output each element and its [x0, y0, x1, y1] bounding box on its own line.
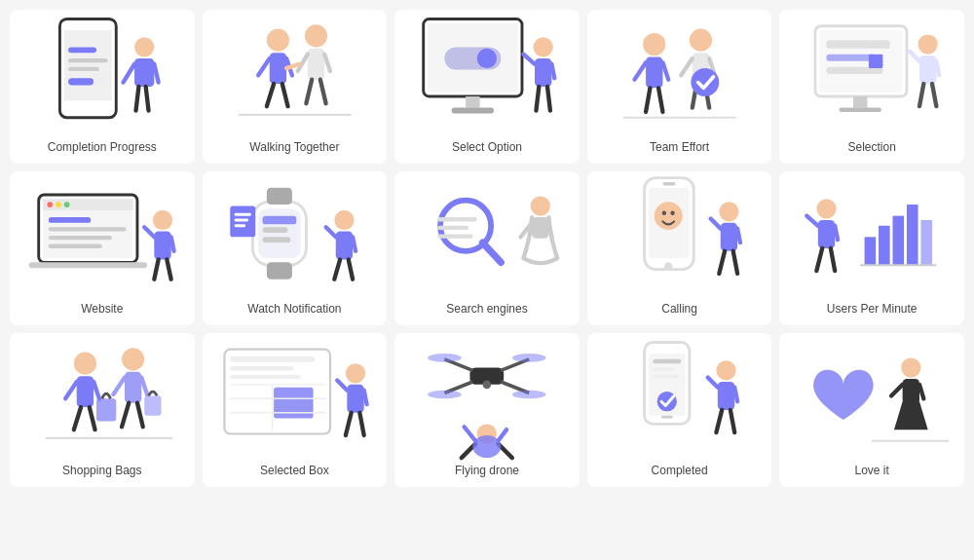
svg-rect-97	[335, 231, 352, 259]
svg-line-190	[734, 387, 737, 400]
svg-point-96	[334, 210, 354, 230]
svg-rect-194	[903, 379, 919, 404]
svg-line-100	[334, 259, 340, 279]
svg-point-117	[664, 262, 673, 271]
svg-line-65	[919, 84, 923, 106]
card-label-search-engines: Search engines	[446, 302, 527, 316]
svg-rect-67	[869, 54, 882, 67]
card-select-option[interactable]: Select Option	[394, 10, 580, 164]
svg-line-103	[483, 243, 502, 262]
svg-line-163	[363, 390, 366, 403]
svg-point-173	[428, 390, 462, 398]
card-selected-box[interactable]: Selected Box	[203, 333, 388, 487]
svg-point-171	[428, 354, 462, 362]
svg-rect-184	[653, 374, 678, 378]
svg-line-15	[258, 58, 270, 75]
svg-line-48	[681, 58, 693, 75]
card-flying-drone[interactable]: Flying drone	[394, 333, 580, 487]
svg-line-122	[719, 250, 725, 273]
card-completed[interactable]: Completed	[587, 333, 772, 487]
svg-line-82	[171, 237, 174, 250]
svg-line-145	[113, 377, 125, 393]
svg-rect-33	[452, 107, 494, 113]
svg-line-162	[337, 380, 347, 390]
svg-line-18	[281, 84, 287, 106]
svg-rect-78	[29, 262, 148, 268]
illustration-flying-drone	[402, 345, 572, 452]
card-label-shopping-bags: Shopping Bags	[62, 464, 141, 477]
svg-point-46	[690, 28, 712, 51]
svg-point-114	[655, 202, 683, 230]
illustration-walking-together	[210, 21, 380, 129]
svg-point-31	[477, 49, 497, 68]
svg-rect-105	[437, 225, 468, 229]
card-label-completion-progress: Completion Progress	[48, 140, 157, 154]
svg-rect-131	[818, 220, 835, 248]
svg-line-140	[74, 407, 81, 429]
svg-rect-2	[68, 47, 96, 53]
svg-point-118	[719, 202, 738, 221]
svg-point-175	[483, 380, 492, 389]
card-completion-progress[interactable]: Completion Progress	[10, 10, 195, 164]
svg-line-83	[154, 259, 158, 279]
card-search-engines[interactable]: Search engines	[394, 171, 580, 325]
svg-line-135	[831, 248, 835, 271]
svg-point-73	[64, 202, 70, 207]
svg-line-189	[708, 377, 718, 387]
card-website[interactable]: Website	[10, 171, 195, 325]
card-shopping-bags[interactable]: Shopping Bags	[10, 333, 195, 487]
svg-rect-137	[77, 376, 94, 407]
card-label-select-option: Select Option	[452, 140, 522, 154]
svg-line-23	[306, 79, 312, 103]
card-team-effort[interactable]: Team Effort	[587, 10, 772, 164]
svg-point-174	[512, 390, 546, 398]
svg-line-7	[123, 63, 134, 82]
card-watch-notification[interactable]: Watch Notification	[203, 171, 388, 325]
card-users-per-minute[interactable]: Users Per Minute	[779, 171, 964, 325]
svg-rect-4	[68, 66, 99, 70]
card-calling[interactable]: Calling	[587, 171, 772, 325]
card-walking-together[interactable]: Walking Together	[203, 10, 388, 164]
svg-rect-91	[262, 237, 290, 243]
svg-line-148	[137, 402, 143, 427]
svg-rect-124	[865, 237, 877, 265]
svg-point-79	[153, 210, 172, 230]
svg-rect-6	[134, 58, 154, 87]
svg-line-120	[710, 218, 720, 228]
svg-point-13	[266, 28, 288, 51]
card-love-it[interactable]: Love it	[779, 333, 964, 487]
illustration-selected-box	[210, 345, 380, 452]
svg-rect-126	[893, 215, 905, 265]
svg-line-147	[122, 402, 129, 427]
svg-rect-41	[646, 56, 662, 88]
svg-line-146	[141, 377, 147, 393]
svg-line-139	[94, 382, 99, 398]
svg-line-17	[266, 84, 273, 106]
svg-point-193	[902, 357, 921, 377]
svg-line-66	[932, 84, 936, 106]
svg-rect-106	[437, 234, 472, 238]
svg-rect-119	[721, 223, 737, 251]
svg-line-195	[891, 385, 903, 396]
svg-line-43	[662, 62, 668, 79]
svg-point-115	[662, 210, 666, 214]
svg-point-71	[47, 202, 53, 207]
svg-point-40	[643, 33, 665, 56]
svg-rect-76	[49, 236, 112, 240]
card-label-selected-box: Selected Box	[260, 464, 329, 477]
svg-line-37	[552, 63, 555, 77]
illustration-select-option	[402, 21, 572, 129]
svg-rect-88	[266, 262, 291, 279]
svg-line-99	[353, 237, 356, 250]
illustration-completed	[595, 345, 765, 452]
svg-line-10	[146, 87, 149, 111]
illustration-completion-progress	[18, 21, 187, 129]
svg-rect-14	[269, 53, 285, 84]
card-label-users-per-minute: Users Per Minute	[827, 302, 918, 316]
illustration-selection	[787, 21, 956, 129]
svg-rect-77	[49, 243, 102, 247]
svg-point-136	[74, 352, 96, 374]
svg-line-164	[345, 412, 351, 434]
svg-line-192	[730, 410, 734, 432]
card-selection[interactable]: Selection	[779, 10, 964, 164]
